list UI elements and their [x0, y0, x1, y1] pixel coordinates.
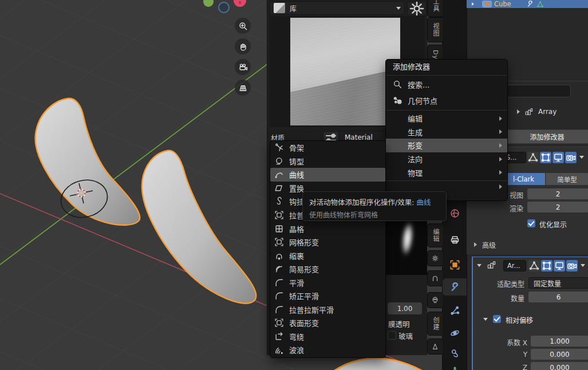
corner-box-icon	[274, 210, 284, 220]
sidebar-tab-gear-icon[interactable]	[427, 250, 443, 266]
wrench-icon	[526, 0, 534, 8]
deform-item-矫正平滑[interactable]: 矫正平滑	[270, 289, 385, 303]
properties-tab-particles[interactable]	[443, 302, 467, 319]
deform-item-简易形变[interactable]: 简易形变	[270, 262, 385, 276]
show-render-toggle[interactable]	[565, 152, 577, 163]
modifier-extras-chevron-icon[interactable]	[581, 264, 585, 267]
camera-view-icon	[238, 62, 248, 72]
factor-row-field[interactable]: 1.000	[531, 336, 588, 347]
show-viewport-toggle[interactable]	[553, 152, 564, 163]
deform-item-拉普拉斯平滑[interactable]: 拉普拉斯平滑	[270, 303, 385, 317]
edit-mode-toggle[interactable]	[527, 152, 539, 163]
expand-chevron-icon[interactable]	[517, 109, 520, 114]
deform-item-平滑[interactable]: 平滑	[270, 275, 385, 289]
deform-item-骨架[interactable]: 骨架	[270, 141, 385, 155]
tooltip-line2: 使用曲线物体折弯网格	[309, 210, 440, 219]
properties-tab-object[interactable]	[443, 256, 467, 273]
asset-preview-image[interactable]	[290, 18, 400, 125]
shrinkwrap-icon	[274, 251, 284, 261]
triangle-mesh-icon	[527, 152, 539, 163]
menu-item-生成[interactable]: 生成	[386, 125, 507, 139]
sidebar-tab-skull-icon[interactable]	[427, 292, 443, 308]
smooth-icon	[274, 305, 284, 314]
menu-separator	[386, 110, 507, 111]
geometry-nodes-icon	[393, 96, 402, 105]
on-cage-toggle[interactable]	[540, 152, 551, 163]
deform-item-网格形变[interactable]: 网格形变	[270, 235, 385, 249]
cube-icon[interactable]	[482, 1, 492, 7]
menu-item-物理[interactable]: 物理	[386, 166, 507, 179]
library-thumbnail	[274, 3, 285, 13]
add-modifier-button[interactable]: 添加修改器	[504, 129, 588, 144]
factor-row-field[interactable]: 0.000	[531, 362, 588, 370]
fit-type-dropdown[interactable]: 固定数量	[528, 277, 588, 289]
relative-offset-checkbox[interactable]	[493, 315, 501, 323]
zoom-in-gizmo-button[interactable]	[235, 18, 251, 34]
menu-item-search[interactable]: 搜索...	[386, 77, 507, 92]
deform-item-铸型[interactable]: 铸型	[270, 155, 385, 168]
menu-item-geometry-nodes[interactable]: 几何节点	[386, 92, 507, 109]
array-panel: Ar... 适配类型 固定数量 数量 6 相对偏移 系数 X1.000Y0.00…	[472, 257, 588, 370]
hand-gizmo-button[interactable]	[235, 38, 251, 54]
horseshoe-icon	[431, 274, 439, 282]
show-viewport-toggle[interactable]	[554, 260, 565, 271]
smooth-icon	[274, 291, 284, 301]
value-field[interactable]: 1.00	[388, 302, 422, 314]
sidebar-tab-horseshoe-icon[interactable]	[427, 270, 443, 286]
render-icon	[449, 208, 460, 219]
menu-item-hidden[interactable]	[386, 182, 507, 192]
simple-button[interactable]: 简单型	[546, 173, 588, 185]
deform-item-波浪[interactable]: 波浪	[270, 343, 385, 357]
deform-item-晶格[interactable]: 晶格	[270, 222, 385, 235]
sidebar-tab-视图[interactable]: 视图	[427, 17, 443, 42]
submenu-arrow-icon	[499, 143, 502, 148]
sidebar-tab-brush-icon[interactable]	[427, 338, 443, 355]
properties-tab-wrench[interactable]	[443, 278, 467, 296]
sidebar-tab-创建[interactable]: 创建	[427, 312, 443, 336]
panel-collapse-chevron-icon[interactable]	[477, 264, 482, 267]
menu-item-编辑[interactable]: 编辑	[386, 112, 507, 125]
monitor-icon	[553, 152, 564, 163]
deform-item-表面形变[interactable]: 表面形变	[270, 316, 385, 330]
camera-view-gizmo-button[interactable]	[235, 59, 251, 75]
wrench-icon	[449, 282, 460, 293]
properties-tab-output[interactable]	[443, 231, 467, 248]
menu-item-法向[interactable]: 法向	[386, 152, 507, 166]
sidebar-tab-编辑[interactable]: 编辑	[427, 223, 443, 247]
subpanel-chevron-icon[interactable]	[483, 318, 488, 321]
advanced-expand-icon[interactable]	[474, 242, 477, 247]
menu-title: 添加修改器	[386, 60, 507, 74]
factor-row-label: Y	[473, 351, 527, 359]
deform-item-缩裹[interactable]: 缩裹	[270, 249, 385, 262]
warp-icon	[274, 332, 284, 341]
preview-highlight-streak	[396, 219, 417, 273]
catmull-clark-button[interactable]: l-Clark	[502, 173, 545, 185]
library-dropdown[interactable]: 库	[270, 1, 405, 15]
sidebar-tab-工具[interactable]: 工具	[427, 0, 443, 17]
wave-icon	[274, 345, 284, 355]
array-modifier-icon	[524, 108, 534, 116]
show-render-toggle[interactable]	[566, 260, 578, 271]
deform-item-弯绕[interactable]: 弯绕	[270, 330, 385, 344]
factor-row-field[interactable]: 0.000	[531, 349, 588, 360]
advanced-label[interactable]: 高级	[482, 240, 496, 250]
vertex-icon	[540, 152, 551, 163]
breadcrumb-object-name[interactable]: Cube	[494, 0, 511, 8]
array-name-field[interactable]: Ar...	[503, 260, 526, 271]
optimal-display-checkbox[interactable]	[527, 219, 535, 227]
menu-item-形变[interactable]: 形变	[386, 139, 507, 152]
gear-icon	[408, 0, 426, 18]
properties-tab-data[interactable]	[443, 363, 467, 370]
count-field[interactable]: 6	[528, 292, 588, 302]
deform-item-曲线[interactable]: 曲线	[270, 168, 385, 182]
edit-mode-toggle[interactable]	[528, 260, 540, 271]
library-settings-button[interactable]	[407, 1, 427, 16]
modifier-extras-chevron-icon[interactable]	[579, 156, 584, 159]
glass-checkbox[interactable]	[388, 331, 396, 340]
ortho-grid-gizmo-button[interactable]	[235, 80, 251, 96]
subsurf-row-field[interactable]: 2	[527, 202, 588, 212]
properties-tab-physics[interactable]	[443, 324, 467, 341]
subsurf-row-field[interactable]: 2	[527, 188, 588, 199]
on-cage-toggle[interactable]	[541, 260, 553, 271]
properties-tab-constraint[interactable]	[443, 344, 467, 361]
